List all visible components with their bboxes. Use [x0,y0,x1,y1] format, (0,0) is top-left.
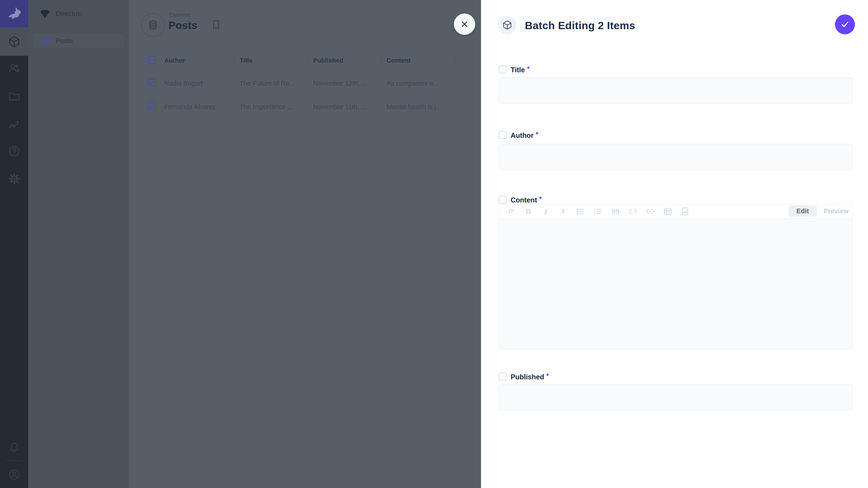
close-button[interactable] [454,13,475,35]
navigation-panel [28,0,129,488]
blockquote-icon[interactable]: 99 [607,205,624,218]
field-checkbox-author[interactable] [499,131,506,139]
bookmark-icon[interactable] [210,19,222,31]
confirm-button[interactable] [835,14,855,34]
field-label: Content★ [510,195,542,204]
directus-rabbit-logo [6,6,22,22]
cell-title: The Importance ... [240,103,293,111]
field-head-content: Content★ [499,195,542,204]
help-icon [8,145,21,158]
title-input[interactable] [499,77,853,104]
column-header-title[interactable]: Title [240,57,252,64]
field-checkbox-published[interactable] [499,372,506,381]
module-files[interactable] [0,82,28,110]
module-content[interactable] [0,28,28,56]
column-header-published[interactable]: Published [313,57,343,64]
account-button[interactable] [0,460,28,488]
italic-icon[interactable]: I [537,205,555,218]
image-icon[interactable] [676,205,694,218]
close-icon [460,19,469,29]
page-title: Posts [168,19,197,31]
tab-edit[interactable]: Edit [788,205,817,217]
required-star-icon: ★ [546,372,550,377]
field-checkbox-content[interactable] [499,196,506,203]
required-star-icon: ★ [535,131,539,135]
bullet-list-icon[interactable] [572,205,589,218]
cell-author: Fernanda Alvarez [164,103,216,111]
column-header-author[interactable]: Author [164,57,185,64]
field-checkbox-title[interactable] [499,66,506,73]
bell-icon [8,441,21,454]
bold-icon[interactable]: B [520,205,537,218]
database-icon [41,36,51,46]
cell-content: Mental health is j... [386,103,441,111]
drawer-title: Batch Editing 2 Items [525,19,635,32]
sidebar-item-posts[interactable]: Posts [33,33,124,48]
published-input[interactable] [499,384,853,410]
module-settings[interactable] [0,164,28,193]
account-icon [8,468,21,481]
drawer-avatar [498,16,517,34]
database-icon [148,20,158,31]
notifications-button[interactable] [0,433,28,462]
markdown-editor: tT B I T 1 2 3 99 [499,204,853,349]
required-star-icon: ★ [538,195,542,200]
folder-icon [8,90,21,103]
field-label: Published★ [510,372,550,381]
row-checkbox[interactable] [148,78,156,87]
users-icon [8,62,21,75]
box-icon [502,20,513,30]
row-checkbox[interactable] [148,102,156,110]
project-chooser[interactable]: Directus [28,5,129,22]
link-icon[interactable] [642,205,659,218]
sidebar-item-label: Posts [56,37,73,44]
required-star-icon: ★ [526,65,530,70]
format-size-icon[interactable]: tT [502,205,520,218]
project-name: Directus [56,10,81,18]
cell-author: Nadia Bogart [164,80,203,87]
table-row[interactable]: Nadia Bogart The Future of Re... Novembe… [148,78,481,90]
module-users[interactable] [0,54,28,83]
check-icon [840,19,850,30]
directus-logo-button[interactable] [0,0,28,28]
table-row[interactable]: Fernanda Alvarez The Importance ... Nove… [148,102,481,113]
insights-icon [8,118,21,131]
content-page-background [129,0,481,488]
fan-icon [39,8,51,20]
column-header-content[interactable]: Content [386,57,410,64]
field-head-author: Author★ [499,130,539,140]
markdown-editor-textarea[interactable] [499,219,852,349]
strikethrough-icon[interactable]: T [555,205,572,218]
table-icon[interactable] [659,205,676,218]
cell-published: November 11th, ... [313,103,366,111]
breadcrumb: Content [169,12,190,18]
column-divider [307,55,308,66]
author-input[interactable] [499,144,853,170]
field-head-title: Title★ [499,65,530,74]
column-divider [454,55,455,66]
cube-icon [8,35,21,48]
module-insights[interactable] [0,110,28,138]
field-label: Title★ [510,65,530,74]
field-head-published: Published★ [499,372,550,381]
code-icon[interactable] [624,205,642,218]
tab-preview[interactable]: Preview [819,205,853,217]
select-all-checkbox[interactable] [148,56,156,64]
module-help[interactable] [0,137,28,165]
cell-content: As companies e... [386,80,439,87]
collection-icon-button[interactable] [141,13,165,37]
column-divider [234,55,235,66]
cell-published: November 12th, ... [313,80,367,87]
cell-title: The Future of Re... [240,80,294,87]
field-label: Author★ [510,130,539,140]
numbered-list-icon[interactable]: 1 2 3 [589,205,607,218]
column-divider [381,55,381,66]
gear-icon [8,172,21,185]
svg-text:3: 3 [594,212,596,215]
